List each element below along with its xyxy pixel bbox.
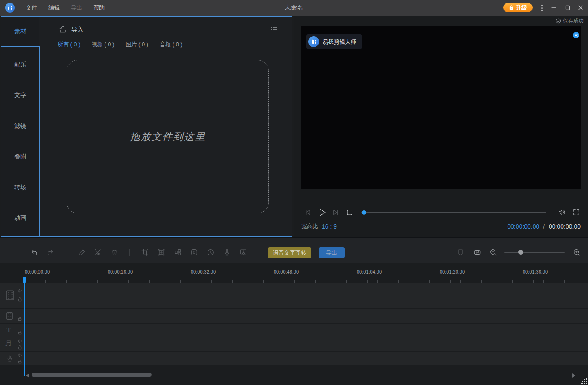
volume-icon[interactable] [558,208,566,216]
watermark-logo-icon [308,36,319,47]
left-panel: 素材 配乐 文字 滤镜 叠附 转场 动画 导入 所有 ( 0 ) [1,16,292,237]
undo-icon[interactable] [30,248,38,256]
track-speaker-icon[interactable] [17,288,22,293]
resize-grip[interactable] [580,377,587,384]
import-label: 导入 [71,26,83,34]
voice-text-convert-button[interactable]: 语音文字互转 [268,247,311,258]
freeze-frame-icon[interactable] [190,248,198,256]
music-icon: ♬ [5,339,11,348]
zoom-level-slider[interactable] [504,252,565,253]
app-logo-icon [7,5,13,11]
menu-file[interactable]: 文件 [26,4,37,12]
app-window: 文件 编辑 导出 帮助 未命名 升级 素材 配乐 文字 滤镜 [0,0,588,385]
overlay-track[interactable] [0,309,588,323]
track-speaker-icon[interactable] [17,339,22,344]
aspect-ratio-value[interactable]: 16 : 9 [322,223,337,230]
sidebar-item-overlay[interactable]: 叠附 [1,153,39,161]
ruler-label: 00:00:48.00 [274,269,299,274]
watermark-text: 易我剪辑大师 [323,38,356,46]
voiceover-mic-icon[interactable] [223,248,231,256]
minimize-button[interactable] [546,0,561,16]
export-button[interactable]: 导出 [319,247,345,258]
timecode-total: 00:00:00.00 [549,223,581,230]
play-icon[interactable] [317,207,327,217]
fit-timeline-icon[interactable] [473,248,481,256]
scroll-right-icon[interactable] [572,373,575,378]
zoom-level-handle[interactable] [518,250,523,255]
previous-frame-icon[interactable] [304,209,311,216]
video-viewport: 易我剪辑大师 [301,26,581,189]
track-lock-icon[interactable] [17,330,22,335]
music-track[interactable]: ♬ [0,337,588,351]
voiceover-track[interactable] [0,352,588,365]
zoom-area-icon[interactable] [157,248,165,256]
video-track[interactable] [0,283,588,308]
ruler-label: 00:01:36.00 [523,269,548,274]
import-button[interactable]: 导入 [58,25,83,34]
mosaic-icon[interactable] [174,248,182,256]
window-title: 未命名 [0,4,588,12]
close-button[interactable] [573,0,588,16]
tab-video[interactable]: 视频 ( 0 ) [92,41,115,51]
playback-controls [294,207,588,219]
media-panel: 导入 所有 ( 0 ) 视频 ( 0 ) 图片 ( 0 ) 音频 ( 0 ) 拖… [40,17,292,236]
marker-icon[interactable] [457,248,464,256]
scroll-left-icon[interactable] [26,373,29,378]
more-menu-icon[interactable] [539,4,545,12]
text-track[interactable]: T [0,324,588,337]
tab-image[interactable]: 图片 ( 0 ) [125,41,148,51]
ruler-label: 00:00:32.00 [191,269,216,274]
watermark-close-icon[interactable] [573,32,579,38]
playhead-handle[interactable] [23,277,26,283]
track-speaker-icon[interactable] [17,353,22,358]
redo-icon[interactable] [47,248,54,256]
timeline-scrollbar[interactable] [32,373,152,377]
duration-clock-icon[interactable] [207,248,214,256]
menu-edit[interactable]: 编辑 [48,4,60,12]
seek-bar[interactable] [361,212,546,213]
tab-audio[interactable]: 音频 ( 0 ) [160,41,182,51]
upgrade-label: 升级 [516,4,527,12]
text-icon: T [6,326,11,334]
active-tab-divider [1,46,39,47]
sidebar-item-text[interactable]: 文字 [1,92,39,99]
file-dropzone[interactable]: 拖放文件到这里 [67,60,269,213]
seek-handle[interactable] [362,210,366,215]
timecode: 00:00:00.00 / 00:00:00.00 [507,223,581,230]
list-view-icon[interactable] [269,25,278,34]
track-lock-icon[interactable] [17,316,22,321]
sidebar-item-music[interactable]: 配乐 [1,61,39,69]
crop-icon[interactable] [141,248,149,256]
playhead[interactable] [24,277,25,376]
fullscreen-icon[interactable] [572,208,580,216]
next-frame-icon[interactable] [332,209,339,216]
tab-all[interactable]: 所有 ( 0 ) [58,41,80,51]
ruler-label: 00:01:20.00 [440,269,465,274]
edit-toolbar: 语音文字互转 导出 [0,237,588,263]
track-lock-icon[interactable] [17,345,22,350]
toolbar-divider [129,249,130,256]
sidebar-item-material[interactable]: 素材 [1,28,39,35]
maximize-button[interactable] [560,0,575,16]
zoom-out-icon[interactable] [489,248,497,256]
screen-person-icon[interactable] [240,248,247,256]
check-circle-icon [556,18,561,24]
sidebar-item-animation[interactable]: 动画 [1,214,39,222]
sidebar-item-transition[interactable]: 转场 [1,184,39,191]
edit-pencil-icon[interactable] [78,248,86,256]
zoom-in-icon[interactable] [573,248,581,256]
track-lock-icon[interactable] [17,297,22,302]
dropzone-text: 拖放文件到这里 [130,130,206,143]
menu-help[interactable]: 帮助 [93,4,105,12]
track-lock-icon[interactable] [17,359,22,364]
title-bar: 文件 编辑 导出 帮助 未命名 升级 [0,0,588,16]
toolbar-divider [66,249,66,256]
toolbar-divider [259,249,259,256]
delete-trash-icon[interactable] [111,248,118,256]
cut-scissors-icon[interactable] [94,248,102,256]
sidebar-item-filter[interactable]: 滤镜 [1,122,39,130]
upgrade-button[interactable]: 升级 [503,3,533,12]
ruler-ticks[interactable] [0,277,588,283]
stop-icon[interactable] [346,209,353,216]
ruler-label: 00:00:16.00 [108,269,133,274]
